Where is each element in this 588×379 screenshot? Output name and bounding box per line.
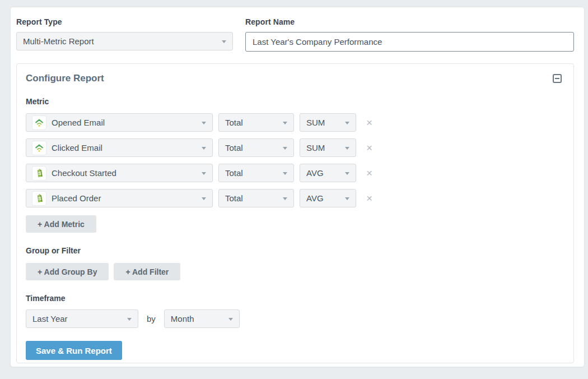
aggregation-select[interactable]: SUM xyxy=(300,138,356,157)
chevron-down-icon xyxy=(345,147,349,150)
add-metric-button[interactable]: + Add Metric xyxy=(26,215,96,233)
measurement-select[interactable]: Total xyxy=(218,138,294,157)
report-name-input[interactable] xyxy=(245,32,574,52)
remove-metric-icon[interactable]: × xyxy=(366,193,372,204)
group-filter-button-row: + Add Group By + Add Filter xyxy=(26,263,564,280)
chevron-down-icon xyxy=(345,122,349,124)
metric-row: S Checkout Started Total AVG × xyxy=(26,164,564,182)
aggregation-select[interactable]: SUM xyxy=(300,113,356,132)
metric-select[interactable]: Opened Email xyxy=(26,113,213,132)
collapse-panel-icon[interactable] xyxy=(553,74,562,83)
remove-metric-icon[interactable]: × xyxy=(366,142,372,153)
chevron-down-icon xyxy=(127,318,132,321)
report-name-label: Report Name xyxy=(245,17,574,26)
shopify-icon: S xyxy=(32,192,46,205)
measurement-select[interactable]: Total xyxy=(218,189,294,207)
aggregation-select-value: AVG xyxy=(306,168,324,178)
timeframe-row: Last Year by Month xyxy=(26,309,564,328)
metric-section-label: Metric xyxy=(26,97,564,106)
timeframe-select[interactable]: Last Year xyxy=(26,309,138,328)
aggregation-select-value: SUM xyxy=(306,143,325,152)
chevron-down-icon xyxy=(202,147,206,150)
measurement-select-value: Total xyxy=(225,143,243,152)
report-type-field: Report Type Multi-Metric Report xyxy=(16,17,233,52)
chevron-down-icon xyxy=(228,318,233,321)
measurement-select[interactable]: Total xyxy=(218,164,294,182)
save-run-report-button[interactable]: Save & Run Report xyxy=(26,341,122,360)
measurement-select-value: Total xyxy=(225,168,243,178)
remove-metric-icon[interactable]: × xyxy=(366,117,372,128)
add-filter-button[interactable]: + Add Filter xyxy=(114,263,180,280)
shopify-icon: S xyxy=(32,167,46,180)
metric-select-value: Clicked Email xyxy=(52,143,102,152)
timeframe-select-value: Last Year xyxy=(32,314,68,323)
add-group-by-button[interactable]: + Add Group By xyxy=(26,263,109,280)
timeframe-label: Timeframe xyxy=(26,294,564,303)
measurement-select[interactable]: Total xyxy=(218,113,294,132)
measurement-select-value: Total xyxy=(225,193,243,203)
aggregation-select[interactable]: AVG xyxy=(300,189,356,207)
report-builder-card: Report Type Multi-Metric Report Report N… xyxy=(10,7,585,367)
report-type-select[interactable]: Multi-Metric Report xyxy=(16,32,233,50)
metric-select-value: Opened Email xyxy=(52,118,105,127)
chevron-down-icon xyxy=(345,172,349,175)
aggregation-select-value: SUM xyxy=(306,118,325,127)
chevron-down-icon xyxy=(283,147,287,150)
report-type-value: Multi-Metric Report xyxy=(23,36,94,46)
configure-report-title: Configure Report xyxy=(26,73,564,84)
group-or-filter-label: Group or Filter xyxy=(26,246,564,255)
chevron-down-icon xyxy=(202,172,206,175)
metric-select[interactable]: Clicked Email xyxy=(26,138,213,157)
metric-row: S Placed Order Total AVG × xyxy=(26,189,564,207)
chevron-down-icon xyxy=(283,172,287,175)
chevron-down-icon xyxy=(222,40,226,43)
chevron-down-icon xyxy=(202,197,206,200)
chevron-down-icon xyxy=(202,122,206,124)
klaviyo-email-metric-icon xyxy=(32,141,46,155)
remove-metric-icon[interactable]: × xyxy=(366,168,372,178)
metric-select-value: Checkout Started xyxy=(52,168,116,178)
klaviyo-email-metric-icon xyxy=(32,116,46,130)
interval-select-value: Month xyxy=(171,314,194,323)
chevron-down-icon xyxy=(283,122,287,124)
chevron-down-icon xyxy=(283,197,287,200)
interval-select[interactable]: Month xyxy=(164,309,240,328)
report-name-field: Report Name xyxy=(245,17,574,52)
aggregation-select-value: AVG xyxy=(306,193,324,203)
chevron-down-icon xyxy=(345,197,349,200)
report-type-label: Report Type xyxy=(16,17,233,26)
metric-row: Clicked Email Total SUM × xyxy=(26,138,564,157)
measurement-select-value: Total xyxy=(225,118,243,127)
by-label: by xyxy=(147,314,156,323)
configure-report-panel: Configure Report Metric Opened Email Tot… xyxy=(16,63,574,363)
report-header-row: Report Type Multi-Metric Report Report N… xyxy=(16,17,574,52)
metric-select[interactable]: S Placed Order xyxy=(26,189,213,207)
metric-row: Opened Email Total SUM × xyxy=(26,113,564,132)
metric-select[interactable]: S Checkout Started xyxy=(26,164,213,182)
aggregation-select[interactable]: AVG xyxy=(300,164,356,182)
metric-select-value: Placed Order xyxy=(52,193,101,203)
svg-text:S: S xyxy=(38,170,41,176)
svg-text:S: S xyxy=(38,196,41,201)
